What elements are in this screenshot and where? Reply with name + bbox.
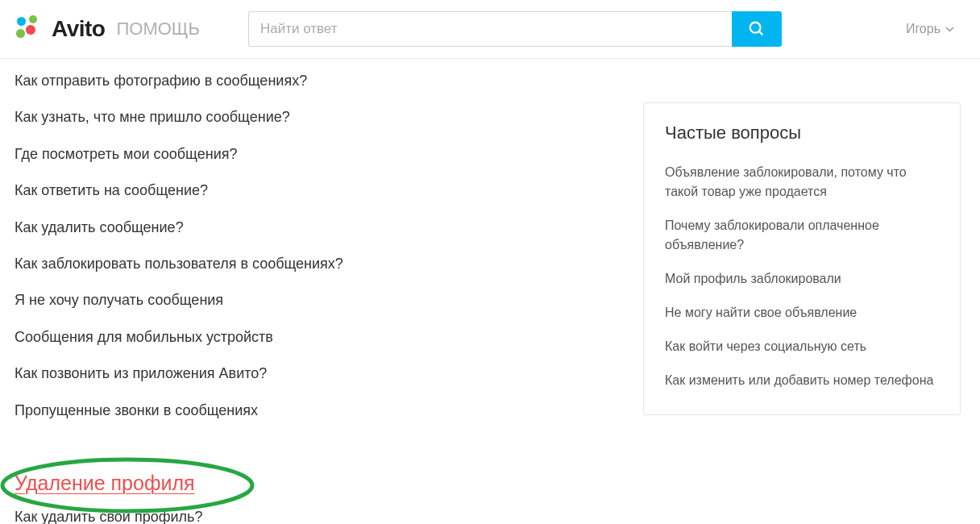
faq-link[interactable]: Как изменить или добавить номер телефона (665, 371, 939, 390)
faq-box: Частые вопросы Объявление заблокировали,… (643, 102, 961, 415)
question-list: Как отправить фотографию в сообщениях?Ка… (15, 72, 611, 420)
brand-subtitle: ПОМОЩЬ (116, 19, 199, 40)
section-question-list: Как удалить свой профиль? (15, 508, 611, 524)
question-link[interactable]: Пропущенные звонки в сообщениях (15, 401, 611, 420)
question-link[interactable]: Как узнать, что мне пришло сообщение? (15, 108, 611, 127)
question-link[interactable]: Как отправить фотографию в сообщениях? (15, 72, 611, 90)
faq-link[interactable]: Объявление заблокировали, потому что так… (665, 163, 939, 202)
faq-link[interactable]: Не могу найти свое объявление (665, 303, 939, 322)
faq-list: Объявление заблокировали, потому что так… (665, 163, 939, 390)
faq-link[interactable]: Почему заблокировали оплаченное объявлен… (665, 216, 939, 255)
section-title[interactable]: Удаление профиля (15, 472, 195, 494)
question-link[interactable]: Как позвонить из приложения Авито? (15, 364, 611, 383)
brand-name: Avito (52, 16, 105, 42)
question-link[interactable]: Где посмотреть мои сообщения? (15, 145, 611, 164)
question-link[interactable]: Как удалить свой профиль? (15, 508, 611, 524)
user-name: Игорь (906, 22, 941, 36)
logo-icon (15, 15, 44, 44)
search-icon (748, 20, 766, 38)
search-form (248, 11, 782, 47)
question-link[interactable]: Я не хочу получать сообщения (15, 291, 611, 310)
faq-title: Частые вопросы (665, 123, 939, 143)
question-link[interactable]: Как заблокировать пользователя в сообщен… (15, 255, 611, 273)
faq-link[interactable]: Как войти через социальную сеть (665, 337, 939, 356)
user-menu[interactable]: Игорь (906, 22, 954, 36)
svg-line-1 (759, 31, 763, 35)
main-column: Как отправить фотографию в сообщениях?Ка… (15, 72, 611, 524)
section-header: Удаление профиля (15, 472, 195, 495)
chevron-down-icon (945, 27, 954, 32)
question-link[interactable]: Сообщения для мобильных устройств (15, 328, 611, 347)
content: Как отправить фотографию в сообщениях?Ка… (0, 59, 980, 524)
search-input[interactable] (248, 11, 732, 47)
faq-link[interactable]: Мой профиль заблокировали (665, 269, 939, 289)
logo[interactable]: Avito ПОМОЩЬ (15, 15, 200, 44)
question-link[interactable]: Как удалить сообщение? (15, 218, 611, 237)
svg-point-0 (750, 23, 761, 33)
header: Avito ПОМОЩЬ Игорь (0, 0, 980, 59)
sidebar: Частые вопросы Объявление заблокировали,… (643, 102, 961, 524)
question-link[interactable]: Как ответить на сообщение? (15, 181, 611, 200)
search-button[interactable] (732, 11, 782, 47)
